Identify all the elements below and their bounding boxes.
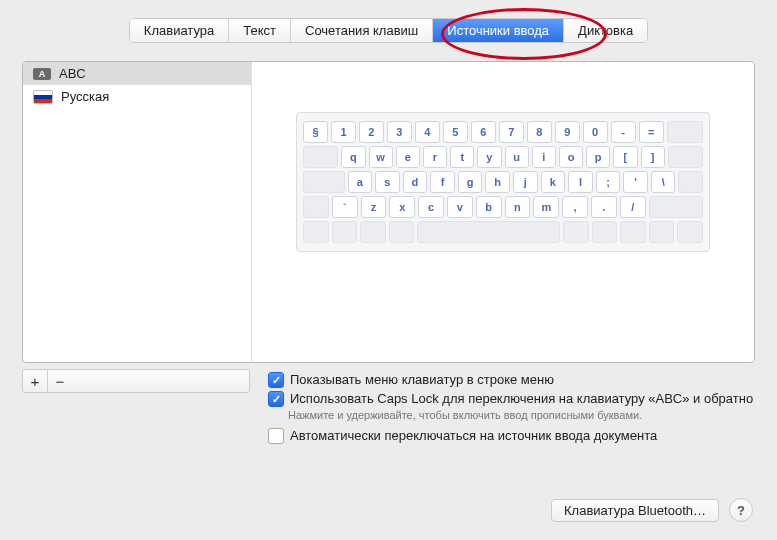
key-ctrl [332,221,358,243]
tab-keyboard[interactable]: Клавиатура [130,19,229,42]
key: h [485,171,510,193]
key: 3 [387,121,412,143]
key-backspace [667,121,703,143]
checkbox-icon[interactable] [268,372,284,388]
key: ; [596,171,621,193]
key: 8 [527,121,552,143]
key: 2 [359,121,384,143]
key-opt [360,221,386,243]
key: m [533,196,559,218]
checkbox-icon[interactable] [268,428,284,444]
key: 1 [331,121,356,143]
keyboard-prefs-window: Клавиатура Текст Сочетания клавиш Источн… [0,0,777,540]
key: [ [613,146,637,168]
bottom-buttons: Клавиатура Bluetooth… ? [551,498,753,522]
keyboard-preview: § 1 2 3 4 5 6 7 8 9 0 - = q [252,62,754,362]
key: 4 [415,121,440,143]
key: l [568,171,593,193]
keyboard-row-5 [303,221,703,243]
key: s [375,171,400,193]
keyboard-row-3: a s d f g h j k l ; ' \ [303,171,703,193]
remove-source-button[interactable]: − [48,370,72,392]
key: j [513,171,538,193]
key: 7 [499,121,524,143]
key: 5 [443,121,468,143]
add-source-button[interactable]: + [23,370,48,392]
content-panel: A ABC Русская § 1 2 3 4 5 6 7 8 [22,61,755,363]
key: / [620,196,646,218]
below-options: + − Показывать меню клавиатур в строке м… [22,369,755,446]
key: n [505,196,531,218]
key-fn [303,221,329,243]
key-cmd-r [563,221,589,243]
option-label: Использовать Caps Lock для переключения … [290,390,753,407]
key: r [423,146,447,168]
plus-icon: + [31,373,40,390]
key-opt-r [592,221,618,243]
key: a [348,171,373,193]
key-cmd [389,221,415,243]
key: § [303,121,328,143]
key: d [403,171,428,193]
key: g [458,171,483,193]
bluetooth-keyboard-button[interactable]: Клавиатура Bluetooth… [551,499,719,522]
tabs-container: Клавиатура Текст Сочетания клавиш Источн… [22,18,755,43]
key: k [541,171,566,193]
key: ' [623,171,648,193]
abc-icon: A [33,68,51,80]
key: b [476,196,502,218]
tabs: Клавиатура Текст Сочетания клавиш Источн… [129,18,648,43]
option-label: Показывать меню клавиатур в строке меню [290,371,554,388]
key: x [389,196,415,218]
key: c [418,196,444,218]
key: , [562,196,588,218]
caps-lock-hint: Нажмите и удерживайте, чтобы включить вв… [288,409,755,421]
keyboard-row-1: § 1 2 3 4 5 6 7 8 9 0 - = [303,121,703,143]
option-caps-lock[interactable]: Использовать Caps Lock для переключения … [268,390,755,407]
checkbox-icon[interactable] [268,391,284,407]
key-arrow [649,221,675,243]
input-source-label: ABC [59,66,86,81]
input-source-russian[interactable]: Русская [23,85,251,108]
checkbox-group: Показывать меню клавиатур в строке меню … [268,369,755,446]
input-source-label: Русская [61,89,109,104]
keyboard-row-2: q w e r t y u i o p [ ] [303,146,703,168]
option-auto-switch[interactable]: Автоматически переключаться на источник … [268,427,755,444]
key: t [450,146,474,168]
tab-input-sources[interactable]: Источники ввода [433,19,564,42]
tab-text[interactable]: Текст [229,19,291,42]
tab-dictation[interactable]: Диктовка [564,19,647,42]
key: f [430,171,455,193]
input-source-abc[interactable]: A ABC [23,62,251,85]
help-button[interactable]: ? [729,498,753,522]
key: - [611,121,636,143]
key: o [559,146,583,168]
key-caps [303,171,345,193]
add-remove-buttons: + − [22,369,250,393]
key-tab [303,146,338,168]
minus-icon: − [56,373,65,390]
key: . [591,196,617,218]
keyboard-layout: § 1 2 3 4 5 6 7 8 9 0 - = q [296,112,710,252]
key: 6 [471,121,496,143]
key: q [341,146,365,168]
key: v [447,196,473,218]
tab-shortcuts[interactable]: Сочетания клавиш [291,19,433,42]
key: p [586,146,610,168]
key: w [369,146,393,168]
key-enter2 [678,171,703,193]
key: \ [651,171,676,193]
key-arrow [677,221,703,243]
key-enter [668,146,703,168]
key-shift-r [649,196,703,218]
key: u [505,146,529,168]
input-sources-list: A ABC Русская [23,62,252,362]
key: i [532,146,556,168]
key: ] [641,146,665,168]
keyboard-row-4: ` z x c v b n m , . / [303,196,703,218]
option-show-menu[interactable]: Показывать меню клавиатур в строке меню [268,371,755,388]
russia-flag-icon [33,90,53,104]
key: y [477,146,501,168]
key-space [417,221,560,243]
key: e [396,146,420,168]
